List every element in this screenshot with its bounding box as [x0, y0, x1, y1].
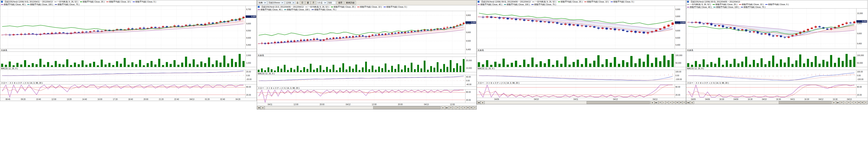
timeframe-button[interactable]: D [658, 101, 662, 104]
timeframe-button[interactable]: W [857, 101, 861, 104]
scroll-left-button[interactable]: ◀ [480, 101, 485, 104]
timeframe-button[interactable]: 4 [850, 101, 854, 104]
apply-button[interactable]: 適用 [337, 1, 344, 5]
macd-chart[interactable] [0, 70, 245, 81]
scrollbar-thumb[interactable] [779, 101, 831, 104]
timeframe-button[interactable]: M [861, 101, 864, 104]
macd-axis: 20.000.00-20.00 [245, 70, 257, 81]
scroll-left-button[interactable]: ◀ [690, 101, 694, 104]
scrollbar-track[interactable] [265, 106, 441, 109]
timeframe-button[interactable]: L [453, 106, 456, 109]
timeframe-button[interactable]: W [676, 101, 679, 104]
scroll-right-button[interactable]: ▶ [832, 101, 836, 104]
scroll-far-right-button[interactable]: ▶▶ [654, 101, 658, 104]
period-button[interactable]: 日 [300, 1, 305, 5]
scroll-far-left-button[interactable]: ◀◀ [257, 106, 261, 109]
macd-pane-label: MACD( 12, 26, 9 ) [257, 72, 476, 75]
candlestick-chart[interactable] [257, 11, 465, 54]
bar-period-label: 足 [296, 1, 299, 4]
instrument-icon [258, 6, 260, 8]
timeframe-button-group: DLH48WMX [840, 101, 867, 104]
timeframe-button[interactable]: X [682, 101, 686, 104]
scrollbar-thumb[interactable] [587, 101, 650, 104]
candlestick-chart[interactable] [477, 6, 675, 49]
timeframe-button[interactable]: W [466, 106, 470, 109]
candlestick-chart[interactable] [0, 6, 245, 49]
timeframe-button[interactable]: H [456, 106, 459, 109]
stoch-pane-label: スロー・ストキャスティクス( 14, 3, 98, 20 ) [257, 87, 476, 89]
time-label: 04/05 [691, 98, 696, 101]
volume-chart[interactable] [257, 57, 465, 72]
scroll-left-button[interactable]: ◀ [261, 106, 265, 109]
timeframe-button[interactable]: 4 [669, 101, 672, 104]
legend-color-swatch [106, 1, 108, 2]
symbol-detail-button[interactable]: 銘柄詳細 [345, 1, 356, 5]
scrollbar-thumb[interactable] [373, 106, 440, 109]
scroll-right-button[interactable]: ▶ [651, 101, 654, 104]
legend-item: 移動平均線( Close, 40 ) [258, 8, 282, 11]
macd-axis: 100.000.00-100.00 [675, 70, 686, 81]
timeframe-button[interactable]: D [449, 106, 453, 109]
volume-chart[interactable] [686, 52, 856, 67]
legend-color-swatch [687, 4, 689, 5]
price-axis: 9,9009,8009,7009,6009,5009,4009,690 [675, 6, 686, 49]
time-label: 04/06 [705, 98, 710, 101]
axis-label: 80.00 [857, 86, 862, 88]
timeframe-button[interactable]: M [679, 101, 682, 104]
candlestick-chart[interactable] [686, 8, 856, 49]
timeframe-button[interactable]: 8 [463, 106, 466, 109]
scrollbar-track[interactable] [694, 101, 832, 104]
timeframe-button[interactable]: X [473, 106, 476, 109]
macd-chart[interactable] [257, 75, 465, 87]
scrollbar-track[interactable] [485, 101, 650, 104]
panel-title: 日経225(Yen)t 15:0, 2012/04/06 ~ 2012/04/1… [261, 5, 304, 8]
legend-color-swatch [1, 4, 3, 5]
legend-color-swatch [305, 7, 308, 7]
timeframe-button[interactable]: L [843, 101, 847, 104]
legend-color-swatch [357, 7, 360, 7]
timeframe-button[interactable]: 8 [854, 101, 857, 104]
stochastics-chart[interactable] [0, 84, 245, 98]
legend-color-swatch [54, 1, 57, 2]
panel-title: 日経225(Yen)t 12/06( 00:0), 2012/04/05 ~ 2… [691, 0, 740, 3]
macd-chart[interactable] [477, 70, 675, 81]
timeframe-button[interactable]: D [840, 101, 843, 104]
time-label: 04/13 [424, 103, 429, 106]
axis-label: 20.00 [246, 94, 251, 96]
scroll-far-right-button[interactable]: ▶▶ [836, 101, 840, 104]
timeframe-button[interactable]: H [847, 101, 850, 104]
instrument-select[interactable]: 日経225mini▼ [268, 1, 284, 5]
timeframe-button[interactable]: H [665, 101, 669, 104]
timeframe-button[interactable]: 8 [672, 101, 676, 104]
macd-chart[interactable] [686, 70, 856, 81]
timeframe-button[interactable]: M [470, 106, 473, 109]
bar-count-input[interactable] [328, 1, 336, 4]
scroll-far-left-button[interactable]: ◀◀ [477, 101, 480, 104]
legend-color-swatch [713, 4, 715, 5]
stochastics-chart[interactable] [686, 84, 856, 98]
indicator-legend-row-2: 移動平均線( Close, 40 )移動平均線( Close, 100 )移動平… [258, 8, 336, 11]
bar-type-select[interactable]: 1分足▼ [317, 1, 327, 5]
contract-month-select[interactable]: 12/06▼ [285, 1, 295, 4]
stoch-pane: 80.0020.00 [257, 89, 476, 103]
axis-label: 9,600 [857, 32, 862, 34]
axis-label: 20.00 [857, 94, 862, 96]
time-label: 20:00 [320, 103, 324, 106]
volume-chart[interactable] [477, 52, 675, 67]
legend-item: 移動平均線( Close, 75 ) [741, 6, 766, 8]
period-button[interactable]: 週 [305, 1, 310, 5]
macd-pane-label: MACD( 12, 26, 9 ) [686, 67, 867, 70]
timeframe-button[interactable]: L [662, 101, 665, 104]
scroll-right-button[interactable]: ▶ [441, 106, 445, 109]
volume-chart[interactable] [0, 52, 245, 67]
scroll-far-left-button[interactable]: ◀◀ [686, 101, 690, 104]
time-label: 13:20 [67, 98, 72, 101]
stochastics-chart[interactable] [477, 84, 675, 98]
instrument-type-select[interactable]: 先物▼ [258, 1, 267, 5]
period-button[interactable]: 月 [311, 1, 316, 5]
panel-header: 日経225(Yen)t 15:0, 2012/04/06 ~ 2012/04/1… [257, 5, 476, 11]
timeframe-button[interactable]: X [864, 101, 867, 104]
timeframe-button[interactable]: 4 [459, 106, 463, 109]
stochastics-chart[interactable] [257, 90, 465, 103]
scroll-far-right-button[interactable]: ▶▶ [445, 106, 449, 109]
